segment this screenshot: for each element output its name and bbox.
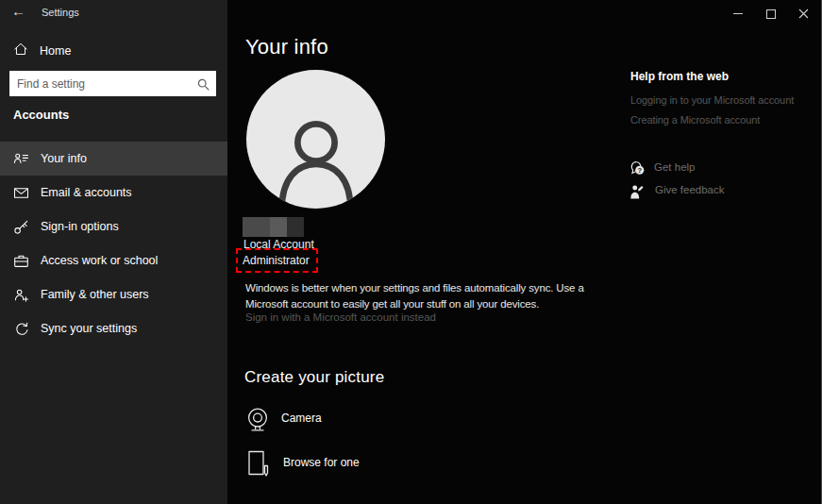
sidebar-item-your-info[interactable]: Your info: [0, 142, 227, 176]
sidebar-item-email-accounts[interactable]: Email & accounts: [0, 176, 227, 210]
briefcase-icon: [13, 253, 29, 269]
close-icon: [798, 8, 809, 19]
settings-window: ← Settings Home Accounts: [0, 0, 822, 504]
account-avatar: [246, 70, 385, 209]
sidebar-item-sign-in-options[interactable]: Sign-in options: [0, 210, 227, 244]
sidebar-item-home[interactable]: Home: [13, 42, 71, 60]
browse-file-icon: [245, 449, 283, 483]
minimize-icon: [733, 13, 743, 14]
person-add-icon: [13, 287, 29, 303]
sidebar-item-label: Sync your settings: [41, 322, 137, 335]
sidebar-section-heading: Accounts: [13, 108, 69, 122]
sidebar-item-label: Email & accounts: [41, 186, 132, 199]
browse-label: Browse for one: [283, 449, 360, 483]
get-help-label: Get help: [654, 159, 695, 173]
camera-label: Camera: [281, 406, 322, 440]
search-icon: [197, 77, 210, 90]
sign-in-microsoft-link[interactable]: Sign in with a Microsoft account instead: [245, 311, 436, 323]
get-help-button[interactable]: ? Get help: [629, 159, 695, 181]
webcam-icon: [243, 406, 281, 440]
maximize-icon: [766, 9, 776, 19]
sidebar-item-family-other-users[interactable]: Family & other users: [0, 277, 227, 311]
sidebar-item-label: Family & other users: [41, 288, 149, 301]
window-title: Settings: [42, 7, 79, 18]
person-icon: [273, 115, 360, 209]
home-icon: [13, 42, 28, 60]
sync-description-line: Microsoft account to easily get all your…: [245, 298, 539, 310]
administrator-annotation-box: Administrator: [236, 248, 318, 273]
contact-card-icon: [13, 151, 29, 167]
sidebar-item-label: Your info: [41, 152, 87, 165]
user-name-redacted: [243, 217, 304, 237]
feedback-person-icon: [629, 181, 655, 204]
sidebar-item-label: Sign-in options: [41, 220, 119, 233]
sidebar-item-sync-your-settings[interactable]: Sync your settings: [0, 311, 227, 345]
sync-icon: [13, 321, 29, 337]
search-box: [9, 71, 216, 96]
key-icon: [13, 219, 29, 235]
give-feedback-label: Give feedback: [655, 181, 725, 195]
back-button[interactable]: ←: [11, 3, 25, 19]
create-picture-heading: Create your picture: [244, 368, 384, 387]
sidebar-item-access-work-school[interactable]: Access work or school: [0, 244, 227, 277]
search-input[interactable]: [9, 71, 216, 96]
help-chat-icon: ?: [629, 159, 654, 181]
sync-description-line: Windows is better when your settings and…: [245, 282, 584, 294]
sidebar-nav: Your info Email & accounts Sign-in optio…: [0, 142, 227, 345]
give-feedback-button[interactable]: Give feedback: [629, 181, 725, 204]
help-link-creating-account[interactable]: Creating a Microsoft account: [630, 114, 760, 126]
page-title: Your info: [245, 35, 328, 59]
browse-for-picture-button[interactable]: Browse for one: [245, 449, 360, 483]
svg-text:?: ?: [637, 166, 642, 175]
maximize-button[interactable]: [754, 0, 787, 27]
envelope-icon: [13, 185, 29, 201]
window-controls: [721, 0, 820, 27]
minimize-button[interactable]: [721, 0, 754, 27]
home-label: Home: [40, 44, 71, 58]
sidebar-item-label: Access work or school: [41, 254, 158, 267]
account-role-label: Administrator: [243, 254, 310, 267]
help-link-logging-in[interactable]: Logging in to your Microsoft account: [630, 94, 794, 106]
sidebar: Home Accounts Your info Email & accounts: [0, 0, 227, 504]
close-button[interactable]: [787, 0, 820, 27]
help-panel-heading: Help from the web: [630, 70, 729, 83]
camera-button[interactable]: Camera: [243, 406, 322, 440]
